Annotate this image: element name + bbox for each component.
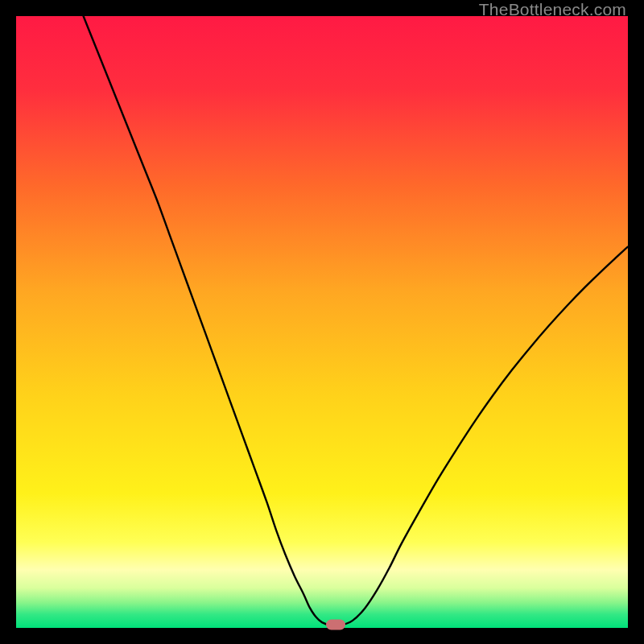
chart-frame [16,16,628,628]
optimal-point-marker [326,619,345,630]
watermark-text: TheBottleneck.com [479,0,626,19]
gradient-background [16,16,628,628]
bottleneck-chart [16,16,628,628]
